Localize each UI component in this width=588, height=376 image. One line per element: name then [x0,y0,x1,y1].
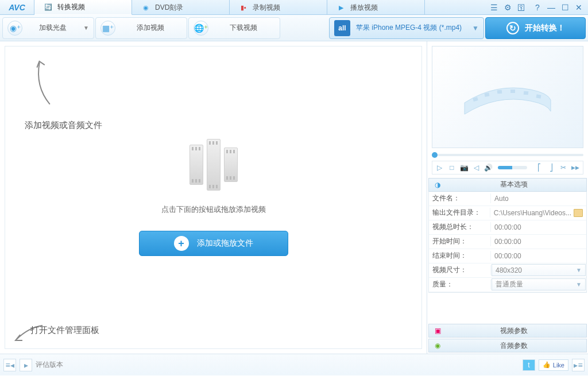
load-disc-button[interactable]: ◉⁺ 加载光盘 ▼ [2,17,94,39]
video-params-header[interactable]: ▣ 视频参数 [428,324,587,338]
more-button[interactable]: ▶▶ [571,162,581,173]
button-label: 下载视频 [212,23,275,33]
drop-zone[interactable]: 添加视频或音频文件 点击下面的按钮或拖放添加视频 + 添加或拖放文件 打开文件管… [5,46,422,349]
basic-options-header[interactable]: ◑ 基本选项 [428,178,587,192]
play-icon: ▶ [336,3,346,12]
prop-key: 文件名： [429,193,491,203]
gear-icon[interactable]: ⚙ [502,2,513,13]
chevron-down-icon[interactable]: ▼ [83,25,89,31]
download-video-button[interactable]: 🌐⁺ 下载视频 [188,17,280,39]
filmstrip-3d-icon [462,71,554,123]
cut-button[interactable]: ✂ [559,162,568,173]
hint-arrow-icon [22,55,59,110]
mark-in-button[interactable]: ⎡ [534,162,544,173]
chevron-down-icon[interactable]: ▼ [576,267,582,273]
audio-icon: ◉ [434,342,442,350]
outdir-value[interactable]: C:\Users\Huang\Videos... [490,209,586,217]
stop-button[interactable]: □ [447,162,457,173]
prop-key: 输出文件目录： [429,208,490,218]
volume-slider[interactable] [498,166,527,169]
add-video-button[interactable]: ▦⁺ 添加视频 [95,17,187,39]
basic-options-table: 文件名：Auto 输出文件目录：C:\Users\Huang\Videos...… [428,192,587,293]
prop-key: 视频尺寸： [429,265,491,275]
minimize-icon[interactable]: — [546,2,557,13]
end-time-value[interactable]: 00:00:00 [491,252,586,260]
panel-next-button[interactable]: ▸ [20,359,32,371]
globe-plus-icon: 🌐⁺ [194,21,208,36]
globe-icon: ◑ [434,181,442,189]
svg-rect-3 [510,90,515,93]
video-size-select[interactable]: 480x320▼ [492,264,586,276]
chevron-down-icon[interactable]: ▼ [472,24,479,32]
scrub-track[interactable] [438,154,583,156]
app-logo: AVC [0,0,34,14]
snapshot-button[interactable]: 📷 [459,162,469,173]
chevron-down-icon[interactable]: ▼ [576,281,582,288]
tab-convert[interactable]: 🔄 转换视频 [34,0,132,15]
mark-out-button[interactable]: ⎦ [546,162,556,173]
tab-label: 转换视频 [57,2,85,12]
folder-icon[interactable] [574,209,583,217]
add-files-button[interactable]: + 添加或拖放文件 [139,231,288,256]
panel-title: 基本选项 [446,180,582,189]
menu-icon[interactable]: ☰ [488,2,500,13]
film-plus-icon: ▦⁺ [100,21,115,36]
window-controls: ☰ ⚙ ⚿ ? — ☐ ✕ [485,0,588,14]
svg-rect-2 [497,90,502,94]
tab-dvd[interactable]: ◉ DVD刻录 [132,0,230,15]
record-icon: ▮▪ [239,3,248,12]
tab-play[interactable]: ▶ 播放视频 [327,0,425,15]
tab-label: DVD刻录 [155,3,183,13]
refresh-icon: 🔄 [44,3,53,12]
format-label: 苹果 iPhone MPEG-4 视频 (*.mp4) [356,23,466,33]
player-controls: ▷ □ 📷 ◁ 🔊 ⎡ ⎦ ✂ ▶▶ [432,161,583,175]
twitter-button[interactable]: t [523,359,535,371]
panel-prev-button[interactable]: ≡◂ [3,359,16,371]
tab-label: 录制视频 [253,3,280,13]
refresh-icon: ↻ [506,22,519,34]
start-convert-button[interactable]: ↻ 开始转换！ [485,17,586,39]
drop-instruction: 点击下面的按钮或拖放添加视频 [161,204,266,215]
tab-label: 播放视频 [350,3,378,13]
scrub-bar[interactable] [432,152,583,159]
svg-rect-4 [524,91,528,95]
filename-value[interactable]: Auto [491,195,586,203]
hint-add-files: 添加视频或音频文件 [25,120,102,131]
tab-record[interactable]: ▮▪ 录制视频 [230,0,327,15]
panel-collapse-button[interactable]: ▸≡ [572,359,585,371]
facebook-like-button[interactable]: 👍Like [539,359,568,371]
key-icon[interactable]: ⚿ [516,2,527,13]
button-label: 开始转换！ [525,23,565,33]
prop-key: 视频总时长： [429,222,491,232]
scrub-handle[interactable] [432,152,438,158]
video-icon: ▣ [434,327,442,335]
audio-params-header[interactable]: ◉ 音频参数 [428,339,587,352]
button-label: 加载光盘 [26,23,80,33]
status-text: 评估版本 [36,360,519,370]
button-label: 添加或拖放文件 [197,238,253,249]
panel-title: 视频参数 [446,326,582,336]
close-icon[interactable]: ✕ [573,2,585,13]
film-strips-icon [185,139,242,191]
all-formats-icon: all [334,20,350,36]
panel-title: 音频参数 [446,341,582,351]
button-label: 添加视频 [119,23,182,33]
help-icon[interactable]: ? [532,2,543,13]
prop-key: 开始时间： [429,237,491,246]
play-button[interactable]: ▷ [435,162,444,173]
quality-select[interactable]: 普通质量▼ [492,278,586,290]
prop-key: 质量： [429,280,491,289]
prop-key: 结束时间： [429,251,491,261]
disc-icon: ◉ [141,3,150,12]
duration-value: 00:00:00 [491,223,586,231]
disc-plus-icon: ◉⁺ [7,21,22,36]
plus-icon: + [174,236,189,251]
volume-icon[interactable]: 🔊 [483,162,493,173]
output-format-selector[interactable]: all 苹果 iPhone MPEG-4 视频 (*.mp4) ▼ [329,17,484,39]
preview-pane [432,46,583,148]
maximize-icon[interactable]: ☐ [559,2,571,13]
main-tabs: 🔄 转换视频 ◉ DVD刻录 ▮▪ 录制视频 ▶ 播放视频 [34,0,485,14]
prev-button[interactable]: ◁ [471,162,481,173]
start-time-value[interactable]: 00:00:00 [491,238,586,246]
hint-open-panel: 打开文件管理面板 [30,325,99,336]
